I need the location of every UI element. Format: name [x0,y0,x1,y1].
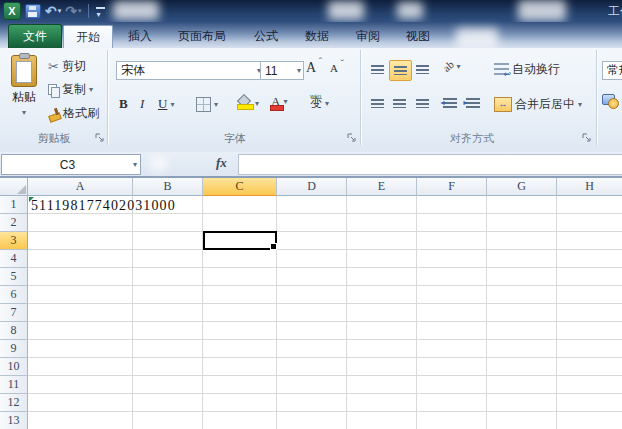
format-painter-button[interactable]: 格式刷 [48,105,99,122]
font-name-combo[interactable]: 宋体 ▾ [116,61,264,80]
tab-home[interactable]: 开始 [63,25,113,49]
font-dialog-launcher[interactable] [347,132,357,142]
alignment-group-label: 对齐方式 [432,131,512,146]
row-header-6[interactable]: 6 [0,286,28,304]
column-header-d[interactable]: D [277,178,347,196]
name-box[interactable]: C3 ▾ [1,154,141,175]
censor-blur [397,2,423,19]
fill-color-button[interactable]: ▾ [237,96,259,110]
cell-a1-value[interactable]: 511198177402031000 [31,198,176,213]
column-header-h[interactable]: H [557,178,622,196]
tab-insert[interactable]: 插入 [116,26,164,46]
formula-bar: C3 ▾ fx [0,152,622,178]
column-header-g[interactable]: G [487,178,557,196]
tab-file[interactable]: 文件 [8,24,62,48]
clipboard-dialog-launcher[interactable] [95,132,105,142]
tab-formulas[interactable]: 公式 [242,26,290,46]
customize-qat-button[interactable] [95,5,107,17]
orientation-button[interactable]: ab ▾ [443,60,460,72]
font-color-button[interactable]: A ▾ [271,96,287,107]
grow-font-button[interactable]: A [306,60,316,76]
fill-color-dropdown-icon[interactable]: ▾ [255,99,259,108]
undo-dropdown-icon[interactable]: ▾ [58,3,62,19]
active-cell-selection[interactable] [203,231,277,250]
merge-center-dropdown-icon[interactable]: ▾ [578,100,582,109]
italic-button[interactable]: I [140,96,144,112]
align-right-button[interactable] [412,94,433,113]
phonetic-guide-icon: 变 [310,97,322,109]
row-header-8[interactable]: 8 [0,322,28,340]
wrap-text-button[interactable]: 自动换行 [494,61,560,78]
accounting-format-button[interactable] [602,94,620,108]
alignment-dialog-launcher[interactable] [582,132,592,142]
underline-dropdown-icon[interactable]: ▾ [170,100,174,109]
increase-indent-button[interactable] [466,98,480,108]
censor-blur [113,1,159,20]
cut-button[interactable]: ✂ 剪切 [48,58,86,75]
bold-button[interactable]: B [119,96,128,112]
font-size-combo[interactable]: 11 ▾ [260,61,304,80]
row-header-9[interactable]: 9 [0,340,28,358]
font-size-dropdown-icon[interactable]: ▾ [294,66,301,75]
tab-page-layout[interactable]: 页面布局 [166,26,238,46]
row-header-13[interactable]: 13 [0,412,28,429]
row-header-5[interactable]: 5 [0,268,28,286]
row-header-7[interactable]: 7 [0,304,28,322]
row-header-2[interactable]: 2 [0,214,28,232]
top-align-button[interactable] [367,60,388,79]
middle-align-button[interactable] [389,60,412,81]
merge-center-button[interactable]: ↔ 合并后居中 ▾ [494,96,582,113]
column-header-c[interactable]: C [203,178,277,196]
decrease-indent-button[interactable] [443,98,457,108]
underline-icon: U [158,96,167,112]
formula-input[interactable] [238,154,622,175]
save-icon [25,4,41,19]
column-header-b[interactable]: B [133,178,203,196]
borders-button[interactable]: ▾ [196,97,218,112]
row-header-3[interactable]: 3 [0,232,28,250]
column-header-e[interactable]: E [347,178,417,196]
undo-button[interactable]: ↶▾ [45,3,61,19]
name-box-dropdown-icon[interactable]: ▾ [133,160,140,169]
title-bar: X ↶▾ ↷▾ 工作 [0,0,622,22]
window-title: 工作 [608,3,622,20]
decrease-indent-icon [443,98,457,108]
number-format-combo[interactable]: 常规 [602,61,622,80]
column-header-a[interactable]: A [28,178,133,196]
copy-button[interactable]: 复制 ▾ [48,81,93,98]
insert-function-button[interactable]: fx [216,155,227,171]
font-group-label: 字体 [200,131,270,146]
copy-dropdown-icon[interactable]: ▾ [89,85,93,94]
row-header-1[interactable]: 1 [0,196,28,214]
censor-blur [456,28,498,48]
row-header-4[interactable]: 4 [0,250,28,268]
tab-view[interactable]: 视图 [394,26,442,46]
orientation-dropdown-icon[interactable]: ▾ [456,62,460,71]
paste-dropdown-icon[interactable]: ▾ [22,108,26,117]
paste-button[interactable]: 粘贴 ▾ [6,55,42,127]
align-left-button[interactable] [367,94,388,113]
redo-button[interactable]: ↷▾ [65,3,81,19]
save-button[interactable] [25,4,41,19]
align-center-button[interactable] [389,94,410,113]
borders-icon [196,97,211,112]
phonetic-dropdown-icon[interactable]: ▾ [325,99,329,108]
tab-data[interactable]: 数据 [293,26,341,46]
censor-blur [518,0,566,21]
phonetic-guide-button[interactable]: 变 ▾ [310,97,329,109]
select-all-corner[interactable] [0,178,28,196]
underline-button[interactable]: U ▾ [158,96,174,112]
sheet-area[interactable]: A B C D E F G H 1 2 3 4 5 6 7 8 9 10 11 … [0,178,622,429]
column-header-f[interactable]: F [417,178,487,196]
fill-color-icon [237,96,252,110]
row-header-12[interactable]: 12 [0,394,28,412]
fill-handle[interactable] [270,243,277,250]
name-box-value: C3 [2,158,133,172]
bottom-align-button[interactable] [412,60,433,79]
borders-dropdown-icon[interactable]: ▾ [214,100,218,109]
format-painter-icon [48,108,60,120]
shrink-font-button[interactable]: A [330,62,338,74]
row-header-11[interactable]: 11 [0,376,28,394]
tab-review[interactable]: 审阅 [344,26,392,46]
row-header-10[interactable]: 10 [0,358,28,376]
